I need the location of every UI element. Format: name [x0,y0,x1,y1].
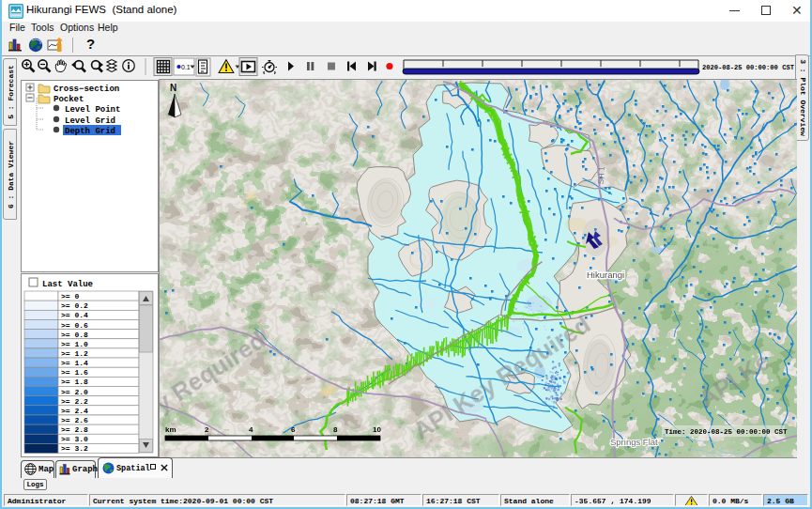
svg-text:>= 1.4: >= 1.4 [61,359,88,367]
svg-text:>= 2.4: >= 2.4 [61,407,88,415]
svg-text:>= 0.2: >= 0.2 [61,301,88,310]
svg-text:>= 2.8: >= 2.8 [61,425,88,434]
svg-text:>= 0.4: >= 0.4 [61,311,88,319]
svg-text:>= 3.2: >= 3.2 [61,444,88,453]
svg-text:>= 3.0: >= 3.0 [61,435,88,443]
svg-text:>= 1.2: >= 1.2 [61,349,88,358]
svg-text:>= 1.0: >= 1.0 [61,340,88,348]
svg-text:>= 0.6: >= 0.6 [61,321,88,330]
svg-text:0.1: 0.1 [181,64,191,70]
svg-text:>= 2.6: >= 2.6 [61,416,88,424]
svg-text:4: 4 [249,425,253,434]
svg-text:>= 1.8: >= 1.8 [61,378,88,386]
svg-text:>= 2.2: >= 2.2 [61,397,88,406]
svg-text:Level Grid: Level Grid [65,116,115,126]
svg-text:>= 0: >= 0 [61,292,79,301]
svg-text:Hikurangi: Hikurangi [587,270,624,280]
svg-text:10: 10 [373,425,381,434]
svg-text:Springs Flat: Springs Flat [610,437,658,447]
svg-text:Cross−section: Cross−section [54,85,119,94]
svg-text:Level Point: Level Point [65,105,120,115]
svg-text:2020-08-25 00:00:00 CST: 2020-08-25 00:00:00 CST [702,64,795,71]
svg-text:Depth Grid: Depth Grid [65,127,115,136]
svg-text:>= 0.8: >= 0.8 [61,331,88,339]
svg-text:Last Value: Last Value [42,280,93,289]
svg-text:Time: 2020-08-25 00:00:00 CST: Time: 2020-08-25 00:00:00 CST [665,428,788,436]
svg-text:SH 1: SH 1 [596,166,606,185]
svg-text:2: 2 [205,425,209,434]
svg-text:km: km [165,425,176,434]
svg-text:>= 2.0: >= 2.0 [61,388,88,396]
svg-text:Pocket: Pocket [54,95,84,104]
svg-text:N: N [170,83,176,93]
svg-text:8: 8 [333,425,338,434]
svg-text:6: 6 [291,425,296,434]
svg-text:>= 1.6: >= 1.6 [61,368,88,377]
